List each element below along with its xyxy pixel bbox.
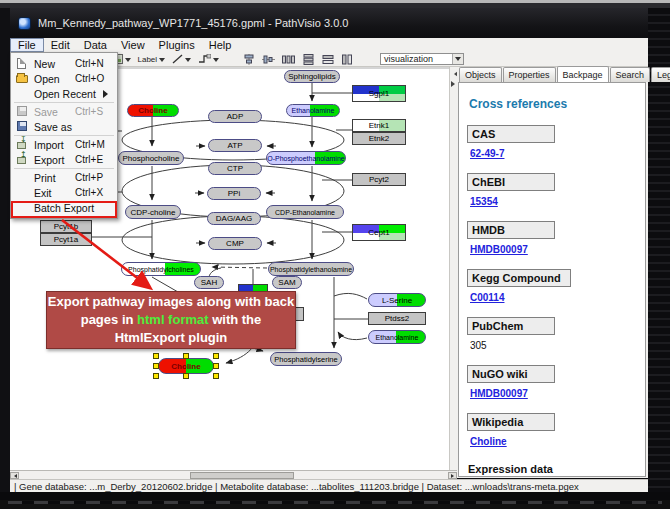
same-width-button[interactable] <box>321 53 335 65</box>
tab-legend[interactable]: Legend <box>651 67 670 82</box>
menu-edit[interactable]: Edit <box>44 38 77 52</box>
same-height-button[interactable] <box>340 53 354 65</box>
selection-handle-w[interactable] <box>153 363 159 369</box>
menu-view[interactable]: View <box>114 38 152 52</box>
backpage-link[interactable]: Choline <box>470 436 637 447</box>
backpage-section-hmdb: HMDB HMDB00097 <box>467 221 637 255</box>
menu-item-import[interactable]: ↧ ImportCtrl+M <box>11 137 117 152</box>
status-text: | Gene database: ...m_Derby_20120602.bri… <box>14 481 579 492</box>
tab-properties[interactable]: Properties <box>503 67 556 82</box>
node-sah[interactable]: SAH <box>194 276 224 289</box>
window-frame-top <box>0 0 670 8</box>
window-frame-bottom <box>0 492 670 509</box>
align-center-x-button[interactable] <box>242 53 256 65</box>
distribute-vertical-icon <box>302 54 315 65</box>
node-cdp-choline[interactable]: CDP-choline <box>125 205 181 219</box>
node-ptdss2[interactable]: Ptdss2 <box>368 312 426 325</box>
selection-handle-nw[interactable] <box>153 353 159 359</box>
menu-item-save-as[interactable]: Save as <box>11 119 117 134</box>
save-icon <box>15 106 30 117</box>
node-pcyt1a[interactable]: Pcyt1a <box>40 233 92 246</box>
backpage-link[interactable]: 62-49-7 <box>470 148 637 159</box>
line-tool-button[interactable] <box>171 53 192 65</box>
backpage-link[interactable]: HMDB00097 <box>470 244 637 255</box>
backpage-section-chebi: ChEBI 15354 <box>467 173 637 207</box>
scroll-right-icon[interactable] <box>448 472 457 479</box>
selection-handle-ne[interactable] <box>213 353 219 359</box>
node-l-serine[interactable]: L-Serine <box>368 293 426 307</box>
backpage-link[interactable]: HMDB00097 <box>470 388 637 399</box>
node-cdp-ethanolamine[interactable]: CDP-Ethanolamine <box>266 205 344 219</box>
menu-help[interactable]: Help <box>202 38 239 52</box>
visualization-caret-icon[interactable] <box>452 54 463 64</box>
backpage-section-header: ChEBI <box>467 173 555 191</box>
distribute-horizontal-button[interactable] <box>281 53 296 65</box>
node-pcyt2[interactable]: Pcyt2 <box>352 173 406 186</box>
menu-item-open[interactable]: OpenCtrl+O <box>11 71 117 86</box>
menu-separator <box>14 102 114 103</box>
selection-handle-e[interactable] <box>213 363 219 369</box>
backpage-heading: Cross references <box>469 97 637 111</box>
scroll-left-icon[interactable] <box>10 472 19 479</box>
title-bar[interactable]: Mm_Kennedy_pathway_WP1771_45176.gpml - P… <box>10 8 648 38</box>
visualization-combobox[interactable]: visualization <box>380 53 464 65</box>
node-phosphatidylethanolamine[interactable]: Phosphatidylethanolamine <box>268 262 354 276</box>
menu-data[interactable]: Data <box>77 38 114 52</box>
menu-file[interactable]: File <box>10 38 44 52</box>
file-menu-dropdown: NewCtrl+N OpenCtrl+O Open Recent SaveCtr… <box>10 52 118 219</box>
menu-separator <box>14 135 114 136</box>
node-cept1[interactable]: Cept1 <box>352 224 406 241</box>
node-phosphatidylserine[interactable]: Phosphatidylserine <box>270 352 342 366</box>
node-o-phosphoethanolamine[interactable]: O-Phosphoethanolamine <box>266 151 346 165</box>
node-cmp[interactable]: CMP <box>208 237 262 250</box>
label-tool-button[interactable]: Label <box>137 53 167 65</box>
menu-item-save[interactable]: SaveCtrl+S <box>11 104 117 119</box>
tab-backpage[interactable]: Backpage <box>557 66 609 82</box>
connector-tool-button[interactable] <box>197 53 220 65</box>
line-icon <box>172 54 183 64</box>
node-atp[interactable]: ATP <box>208 139 262 152</box>
node-ethanolamine-bottom[interactable]: Ethanolamine <box>368 330 426 344</box>
node-sam[interactable]: SAM <box>272 276 302 289</box>
horizontal-scrollbar[interactable] <box>10 470 457 479</box>
callout-line2: pages in html format with the <box>47 311 295 329</box>
menu-item-print[interactable]: PrintCtrl+P <box>11 170 117 185</box>
status-bar: | Gene database: ...m_Derby_20120602.bri… <box>10 479 648 492</box>
node-etnk2[interactable]: Etnk2 <box>352 132 406 145</box>
node-choline[interactable]: Choline <box>127 104 179 117</box>
node-ppi[interactable]: PPi <box>207 187 261 200</box>
backpage-link[interactable]: 15354 <box>470 196 637 207</box>
backpage-link[interactable]: C00114 <box>470 292 637 303</box>
node-sgpl1[interactable]: Sgpl1 <box>352 85 406 102</box>
selection-handle-n[interactable] <box>183 353 189 359</box>
node-etnk1[interactable]: Etnk1 <box>352 119 406 132</box>
tab-search[interactable]: Search <box>610 67 651 82</box>
node-phosphatidylcholines[interactable]: Phosphatidylcholines <box>121 262 201 276</box>
menu-plugins[interactable]: Plugins <box>152 38 202 52</box>
node-adp[interactable]: ADP <box>208 110 262 123</box>
taskbar-texture <box>8 501 662 504</box>
node-phosphocholine[interactable]: Phosphocholine <box>118 151 184 165</box>
distribute-vertical-button[interactable] <box>301 53 316 65</box>
menu-item-open-recent[interactable]: Open Recent <box>11 86 117 101</box>
node-ethanolamine[interactable]: Ethanolamine <box>286 104 340 117</box>
node-choline-selected[interactable]: Choline <box>158 358 214 374</box>
backpage-section-cas: CAS 62-49-7 <box>467 125 637 159</box>
selection-handle-sw[interactable] <box>153 373 159 379</box>
align-center-y-button[interactable] <box>261 53 276 65</box>
tab-objects[interactable]: Objects <box>459 67 502 82</box>
backpage-panel[interactable]: Cross references CAS 62-49-7 ChEBI 15354… <box>458 82 646 477</box>
node-ctp[interactable]: CTP <box>208 162 262 175</box>
node-dag[interactable]: DAG/AAG <box>207 212 261 225</box>
selection-handle-s[interactable] <box>183 373 189 379</box>
menu-item-export[interactable]: ↥ ExportCtrl+E <box>11 152 117 167</box>
batch-export-highlight-box <box>11 201 117 218</box>
node-pcyt1b[interactable]: Pcyt1b <box>40 220 92 233</box>
callout-line1: Export pathway images along with back <box>47 293 295 311</box>
menu-item-new[interactable]: NewCtrl+N <box>11 56 117 71</box>
menu-item-exit[interactable]: ExitCtrl+X <box>11 185 117 200</box>
panel-splitter[interactable] <box>449 67 457 470</box>
scrollbar-thumb[interactable] <box>190 472 294 479</box>
selection-handle-se[interactable] <box>213 373 219 379</box>
node-sphingolipids[interactable]: Sphingolipids <box>284 70 340 83</box>
